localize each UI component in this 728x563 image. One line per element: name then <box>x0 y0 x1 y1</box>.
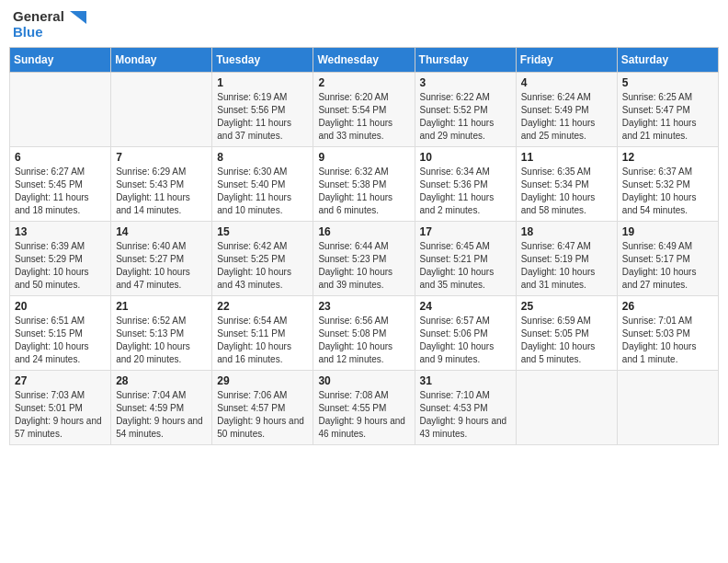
calendar-cell: 30Sunrise: 7:08 AM Sunset: 4:55 PM Dayli… <box>313 371 415 445</box>
day-info: Sunrise: 6:30 AM Sunset: 5:40 PM Dayligh… <box>217 166 308 217</box>
logo-arrow-icon <box>70 11 86 24</box>
day-number: 26 <box>622 300 713 313</box>
calendar-cell <box>10 73 111 147</box>
logo-blue: Blue <box>13 25 86 40</box>
calendar-cell: 26Sunrise: 7:01 AM Sunset: 5:03 PM Dayli… <box>617 296 718 371</box>
calendar-row: 13Sunrise: 6:39 AM Sunset: 5:29 PM Dayli… <box>10 222 719 296</box>
day-number: 28 <box>116 374 207 387</box>
day-info: Sunrise: 6:34 AM Sunset: 5:36 PM Dayligh… <box>420 166 511 217</box>
day-number: 10 <box>420 151 511 164</box>
day-number: 15 <box>217 225 308 238</box>
day-info: Sunrise: 6:25 AM Sunset: 5:47 PM Dayligh… <box>622 91 713 143</box>
day-number: 27 <box>15 374 106 387</box>
day-info: Sunrise: 6:19 AM Sunset: 5:56 PM Dayligh… <box>217 91 308 143</box>
weekday-header-cell: Saturday <box>617 48 718 73</box>
day-number: 13 <box>15 225 106 238</box>
day-info: Sunrise: 6:56 AM Sunset: 5:08 PM Dayligh… <box>318 315 409 366</box>
weekday-header-cell: Sunday <box>10 48 111 73</box>
day-info: Sunrise: 6:52 AM Sunset: 5:13 PM Dayligh… <box>116 315 207 366</box>
calendar-cell: 14Sunrise: 6:40 AM Sunset: 5:27 PM Dayli… <box>111 222 212 296</box>
day-info: Sunrise: 7:10 AM Sunset: 4:53 PM Dayligh… <box>420 389 511 441</box>
day-info: Sunrise: 6:20 AM Sunset: 5:54 PM Dayligh… <box>318 91 409 143</box>
calendar-cell: 16Sunrise: 6:44 AM Sunset: 5:23 PM Dayli… <box>313 222 415 296</box>
calendar-cell: 20Sunrise: 6:51 AM Sunset: 5:15 PM Dayli… <box>10 296 111 371</box>
day-number: 24 <box>420 300 511 313</box>
calendar-cell <box>516 371 617 445</box>
day-info: Sunrise: 6:45 AM Sunset: 5:21 PM Dayligh… <box>420 240 511 292</box>
day-info: Sunrise: 6:27 AM Sunset: 5:45 PM Dayligh… <box>15 166 106 217</box>
day-info: Sunrise: 6:24 AM Sunset: 5:49 PM Dayligh… <box>521 91 612 143</box>
calendar-cell: 28Sunrise: 7:04 AM Sunset: 4:59 PM Dayli… <box>111 371 212 445</box>
day-info: Sunrise: 7:01 AM Sunset: 5:03 PM Dayligh… <box>622 315 713 366</box>
weekday-header-cell: Thursday <box>415 48 516 73</box>
logo-text: General Blue <box>13 9 86 40</box>
day-number: 17 <box>420 225 511 238</box>
weekday-header-row: SundayMondayTuesdayWednesdayThursdayFrid… <box>10 48 719 73</box>
calendar-cell: 13Sunrise: 6:39 AM Sunset: 5:29 PM Dayli… <box>10 222 111 296</box>
day-number: 31 <box>420 374 511 387</box>
calendar-row: 6Sunrise: 6:27 AM Sunset: 5:45 PM Daylig… <box>10 147 719 222</box>
day-info: Sunrise: 6:37 AM Sunset: 5:32 PM Dayligh… <box>622 166 713 217</box>
day-info: Sunrise: 7:03 AM Sunset: 5:01 PM Dayligh… <box>15 389 106 441</box>
day-info: Sunrise: 6:44 AM Sunset: 5:23 PM Dayligh… <box>318 240 409 292</box>
calendar-row: 1Sunrise: 6:19 AM Sunset: 5:56 PM Daylig… <box>10 73 719 147</box>
calendar-cell: 3Sunrise: 6:22 AM Sunset: 5:52 PM Daylig… <box>415 73 516 147</box>
day-number: 3 <box>420 76 511 89</box>
day-number: 21 <box>116 300 207 313</box>
calendar-cell: 22Sunrise: 6:54 AM Sunset: 5:11 PM Dayli… <box>212 296 313 371</box>
day-number: 25 <box>521 300 612 313</box>
day-number: 11 <box>521 151 612 164</box>
weekday-header-cell: Friday <box>516 48 617 73</box>
day-info: Sunrise: 6:22 AM Sunset: 5:52 PM Dayligh… <box>420 91 511 143</box>
calendar-cell: 1Sunrise: 6:19 AM Sunset: 5:56 PM Daylig… <box>212 73 313 147</box>
logo: General Blue <box>13 9 86 40</box>
calendar-cell: 12Sunrise: 6:37 AM Sunset: 5:32 PM Dayli… <box>617 147 718 222</box>
day-number: 14 <box>116 225 207 238</box>
calendar-cell: 31Sunrise: 7:10 AM Sunset: 4:53 PM Dayli… <box>415 371 516 445</box>
calendar-row: 27Sunrise: 7:03 AM Sunset: 5:01 PM Dayli… <box>10 371 719 445</box>
calendar-cell: 19Sunrise: 6:49 AM Sunset: 5:17 PM Dayli… <box>617 222 718 296</box>
day-info: Sunrise: 6:39 AM Sunset: 5:29 PM Dayligh… <box>15 240 106 292</box>
day-number: 5 <box>622 76 713 89</box>
calendar-cell: 5Sunrise: 6:25 AM Sunset: 5:47 PM Daylig… <box>617 73 718 147</box>
day-info: Sunrise: 6:49 AM Sunset: 5:17 PM Dayligh… <box>622 240 713 292</box>
calendar-body: 1Sunrise: 6:19 AM Sunset: 5:56 PM Daylig… <box>10 73 719 445</box>
calendar-cell: 24Sunrise: 6:57 AM Sunset: 5:06 PM Dayli… <box>415 296 516 371</box>
day-number: 2 <box>318 76 409 89</box>
calendar-cell: 18Sunrise: 6:47 AM Sunset: 5:19 PM Dayli… <box>516 222 617 296</box>
weekday-header-cell: Wednesday <box>313 48 415 73</box>
day-info: Sunrise: 7:06 AM Sunset: 4:57 PM Dayligh… <box>217 389 308 441</box>
day-info: Sunrise: 6:29 AM Sunset: 5:43 PM Dayligh… <box>116 166 207 217</box>
day-number: 18 <box>521 225 612 238</box>
calendar-row: 20Sunrise: 6:51 AM Sunset: 5:15 PM Dayli… <box>10 296 719 371</box>
calendar-cell: 8Sunrise: 6:30 AM Sunset: 5:40 PM Daylig… <box>212 147 313 222</box>
day-number: 4 <box>521 76 612 89</box>
calendar-cell: 29Sunrise: 7:06 AM Sunset: 4:57 PM Dayli… <box>212 371 313 445</box>
day-number: 6 <box>15 151 106 164</box>
calendar-cell: 10Sunrise: 6:34 AM Sunset: 5:36 PM Dayli… <box>415 147 516 222</box>
day-number: 1 <box>217 76 308 89</box>
day-info: Sunrise: 6:51 AM Sunset: 5:15 PM Dayligh… <box>15 315 106 366</box>
day-info: Sunrise: 6:57 AM Sunset: 5:06 PM Dayligh… <box>420 315 511 366</box>
day-info: Sunrise: 6:42 AM Sunset: 5:25 PM Dayligh… <box>217 240 308 292</box>
day-number: 12 <box>622 151 713 164</box>
day-info: Sunrise: 6:47 AM Sunset: 5:19 PM Dayligh… <box>521 240 612 292</box>
calendar-cell: 15Sunrise: 6:42 AM Sunset: 5:25 PM Dayli… <box>212 222 313 296</box>
day-number: 29 <box>217 374 308 387</box>
day-number: 22 <box>217 300 308 313</box>
svg-marker-0 <box>70 11 86 24</box>
calendar-cell: 4Sunrise: 6:24 AM Sunset: 5:49 PM Daylig… <box>516 73 617 147</box>
day-number: 16 <box>318 225 409 238</box>
day-number: 23 <box>318 300 409 313</box>
weekday-header-cell: Tuesday <box>212 48 313 73</box>
page-header: General Blue <box>9 9 719 40</box>
calendar-cell: 11Sunrise: 6:35 AM Sunset: 5:34 PM Dayli… <box>516 147 617 222</box>
day-info: Sunrise: 6:54 AM Sunset: 5:11 PM Dayligh… <box>217 315 308 366</box>
calendar-cell <box>111 73 212 147</box>
day-number: 19 <box>622 225 713 238</box>
calendar-table: SundayMondayTuesdayWednesdayThursdayFrid… <box>9 47 719 445</box>
calendar-cell: 17Sunrise: 6:45 AM Sunset: 5:21 PM Dayli… <box>415 222 516 296</box>
day-info: Sunrise: 6:35 AM Sunset: 5:34 PM Dayligh… <box>521 166 612 217</box>
calendar-cell <box>617 371 718 445</box>
calendar-cell: 2Sunrise: 6:20 AM Sunset: 5:54 PM Daylig… <box>313 73 415 147</box>
